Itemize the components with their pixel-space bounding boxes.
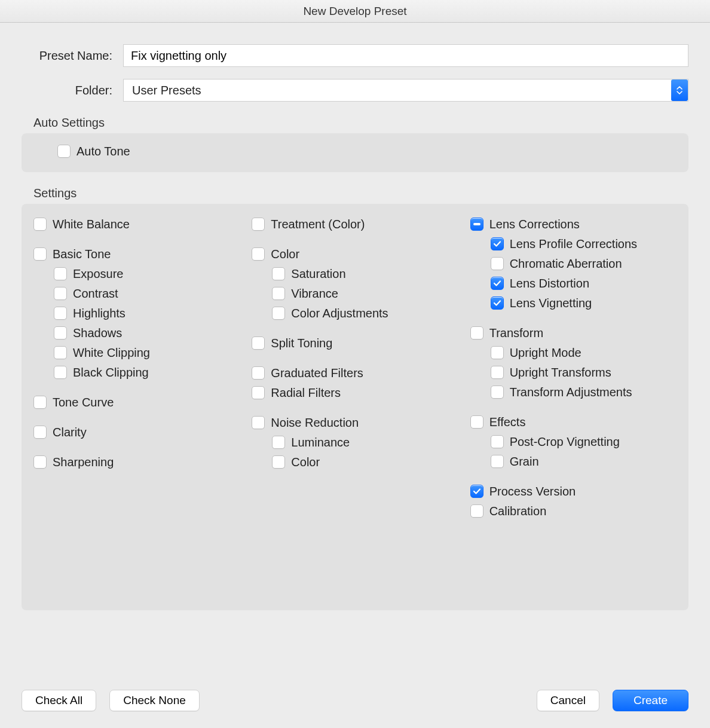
clarity-checkbox[interactable] [33,426,47,439]
settings-col-3: Lens Corrections Lens Profile Correction… [470,216,677,598]
auto-settings-heading: Auto Settings [33,116,688,130]
radial-filters-checkbox[interactable] [252,386,265,399]
vibrance-label: Vibrance [291,285,338,302]
calibration-checkbox[interactable] [470,504,483,518]
luminance-label: Luminance [291,434,350,451]
effects-checkbox[interactable] [470,415,483,429]
folder-label: Folder: [22,84,123,97]
transform-checkbox[interactable] [470,326,483,339]
settings-col-2: Treatment (Color) Color Saturation Vibra… [252,216,458,598]
black-clipping-checkbox[interactable] [54,366,67,379]
lens-corrections-label: Lens Corrections [489,216,580,233]
check-none-button[interactable]: Check None [109,690,200,711]
postcrop-label: Post-Crop Vignetting [510,433,620,450]
clarity-label: Clarity [53,424,87,441]
noise-reduction-checkbox[interactable] [252,416,265,429]
settings-heading: Settings [33,186,688,200]
basic-tone-label: Basic Tone [53,246,111,262]
auto-settings-panel: Auto Tone [22,133,688,172]
preset-name-input[interactable] [123,44,688,67]
check-all-button[interactable]: Check All [22,690,96,711]
color-adjustments-checkbox[interactable] [272,307,285,320]
color-checkbox[interactable] [252,247,265,261]
preset-name-label: Preset Name: [22,49,123,63]
sharpening-checkbox[interactable] [33,455,47,469]
shadows-label: Shadows [73,325,122,341]
white-clipping-label: White Clipping [73,344,150,361]
select-arrows-icon [671,79,688,101]
exposure-checkbox[interactable] [54,267,67,280]
folder-select[interactable]: User Presets [123,79,688,102]
basic-tone-checkbox[interactable] [33,247,47,261]
lens-profile-label: Lens Profile Corrections [510,235,637,252]
grain-label: Grain [510,453,539,470]
lens-distortion-label: Lens Distortion [510,275,589,292]
lens-profile-checkbox[interactable] [491,237,504,250]
upright-transforms-label: Upright Transforms [510,364,611,381]
vibrance-checkbox[interactable] [272,287,285,300]
luminance-checkbox[interactable] [272,436,285,449]
white-clipping-checkbox[interactable] [54,346,67,359]
highlights-checkbox[interactable] [54,307,67,320]
contrast-checkbox[interactable] [54,287,67,300]
white-balance-label: White Balance [53,216,130,233]
treatment-checkbox[interactable] [252,218,265,231]
upright-mode-label: Upright Mode [510,344,582,361]
lens-vignetting-label: Lens Vignetting [510,295,592,311]
lens-distortion-checkbox[interactable] [491,277,504,290]
titlebar: New Develop Preset [0,0,710,23]
chromatic-checkbox[interactable] [491,257,504,270]
upright-mode-checkbox[interactable] [491,346,504,359]
tone-curve-label: Tone Curve [53,394,114,411]
window-title: New Develop Preset [303,5,406,18]
auto-tone-label: Auto Tone [76,143,130,160]
settings-panel: White Balance Basic Tone Exposure Contra… [22,204,688,610]
transform-adjustments-label: Transform Adjustments [510,384,632,400]
noise-reduction-label: Noise Reduction [271,414,359,431]
create-button[interactable]: Create [613,690,688,711]
nr-color-label: Color [291,454,320,470]
grain-checkbox[interactable] [491,455,504,468]
color-adjustments-label: Color Adjustments [291,305,388,322]
process-version-checkbox[interactable] [470,485,483,498]
graduated-filters-label: Graduated Filters [271,365,363,381]
split-toning-checkbox[interactable] [252,337,265,350]
transform-label: Transform [489,325,543,341]
contrast-label: Contrast [73,285,118,302]
sharpening-label: Sharpening [53,454,114,470]
radial-filters-label: Radial Filters [271,384,341,401]
calibration-label: Calibration [489,503,547,519]
nr-color-checkbox[interactable] [272,455,285,469]
auto-tone-checkbox[interactable] [57,145,71,158]
white-balance-checkbox[interactable] [33,218,47,231]
split-toning-label: Split Toning [271,335,332,351]
folder-select-value: User Presets [132,84,201,97]
saturation-checkbox[interactable] [272,267,285,280]
effects-label: Effects [489,414,526,430]
cancel-button[interactable]: Cancel [537,690,599,711]
transform-adjustments-checkbox[interactable] [491,386,504,399]
treatment-label: Treatment (Color) [271,216,365,233]
settings-col-1: White Balance Basic Tone Exposure Contra… [33,216,240,598]
lens-vignetting-checkbox[interactable] [491,296,504,310]
black-clipping-label: Black Clipping [73,364,149,381]
postcrop-checkbox[interactable] [491,435,504,448]
upright-transforms-checkbox[interactable] [491,366,504,379]
highlights-label: Highlights [73,305,126,322]
graduated-filters-checkbox[interactable] [252,366,265,380]
shadows-checkbox[interactable] [54,326,67,339]
color-label: Color [271,246,299,262]
saturation-label: Saturation [291,265,345,282]
process-version-label: Process Version [489,483,576,500]
tone-curve-checkbox[interactable] [33,396,47,409]
chromatic-label: Chromatic Aberration [510,255,622,272]
exposure-label: Exposure [73,265,124,282]
lens-corrections-checkbox[interactable] [470,218,483,231]
